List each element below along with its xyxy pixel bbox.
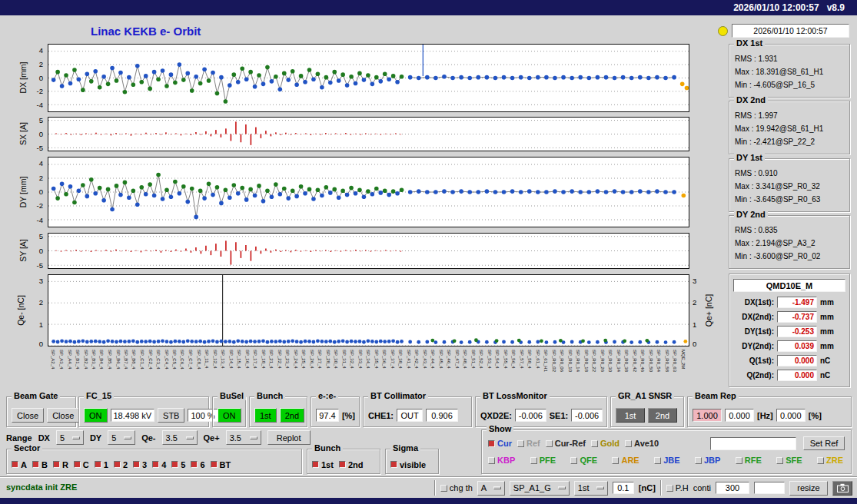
x-axis-label: SP_R0_63 — [673, 350, 677, 372]
bottom-bar — [0, 498, 857, 504]
checkbox-Cur-Ref[interactable]: Cur-Ref — [546, 439, 586, 448]
checkbox-R[interactable]: R — [53, 460, 68, 469]
checkbox-QFE[interactable]: QFE — [570, 456, 597, 465]
blank-input[interactable] — [754, 482, 785, 494]
x-axis-label: SP_C7_4 — [188, 350, 193, 370]
checkbox-RFE[interactable]: RFE — [736, 456, 762, 465]
checkbox-2[interactable]: 2 — [114, 460, 128, 469]
bunch-select[interactable]: 1st — [574, 481, 608, 496]
show-overlay-checkboxes: KBPPFEQFEAREJBEJBPRFESFEZRE — [488, 456, 843, 465]
checkbox-KBP[interactable]: KBP — [488, 456, 515, 465]
checkbox-C[interactable]: C — [74, 460, 89, 469]
x-axis-label: SP_13_4 — [221, 350, 225, 369]
range-qe-minus-select[interactable]: 3.5 — [162, 430, 198, 445]
checkbox-visible[interactable]: visible — [390, 460, 426, 469]
dy-plot — [48, 157, 689, 227]
ref-file-input[interactable] — [710, 437, 796, 450]
y-tick-label: 5 — [39, 116, 43, 124]
q-ytick-labels-right: 3210 — [691, 274, 703, 346]
x-axis-label: SP_11_4 — [204, 350, 209, 368]
ph-checkbox[interactable]: P.H — [666, 483, 689, 492]
checkbox-6[interactable]: 6 — [191, 460, 204, 469]
fc15-stb-button[interactable]: STB — [158, 408, 184, 423]
checkbox-1st[interactable]: 1st — [312, 460, 334, 469]
checkbox-ARE[interactable]: ARE — [612, 456, 639, 465]
checkbox-JBE[interactable]: JBE — [654, 456, 679, 465]
replot-button[interactable]: Replot — [267, 430, 311, 445]
qmd-row-value: 0.039 — [777, 340, 817, 352]
checkbox-4[interactable]: 4 — [152, 460, 166, 469]
interval-value[interactable]: 300 — [716, 482, 749, 494]
checkbox-indicator — [390, 461, 397, 468]
gr-a1-2nd-button[interactable]: 2nd — [648, 408, 677, 423]
beam-rep-panel: Beam Rep 1.000 0.000 [Hz] 0.000 [%] — [687, 396, 852, 427]
checkbox-Ref[interactable]: Ref — [517, 439, 540, 448]
dx-2nd-max: Max : 19.942@S8_61_H1 — [735, 122, 849, 135]
page-title: Linac KEKB e- Orbit — [91, 25, 201, 38]
checkbox-label: 2 — [123, 460, 128, 469]
qmd-row-value: -0.737 — [777, 311, 817, 323]
checkbox-Ave10[interactable]: Ave10 — [625, 439, 659, 448]
checkbox-ZRE[interactable]: ZRE — [817, 456, 843, 465]
range-dy-select[interactable]: 5 — [108, 430, 135, 445]
checkbox-2nd[interactable]: 2nd — [339, 460, 364, 469]
busel-on-button[interactable]: ON — [218, 408, 241, 423]
dy-2nd-stats-panel: DY 2nd RMS : 0.835 Max : 2.194@SP_A3_2 M… — [729, 215, 850, 269]
dx-2nd-stats-title: DX 2nd — [734, 95, 768, 104]
bunch-select-panel: Bunch 1st2nd — [307, 449, 380, 474]
checkbox-indicator — [817, 457, 824, 464]
threshold-value[interactable]: 0.1 — [613, 482, 634, 494]
checkbox-3[interactable]: 3 — [133, 460, 147, 469]
beam-gate-close-1-button[interactable]: Close — [12, 408, 44, 423]
camera-button[interactable] — [832, 481, 852, 496]
checkbox-PFE[interactable]: PFE — [530, 456, 556, 465]
status-led — [718, 26, 728, 36]
checkbox-indicator — [517, 440, 524, 447]
qmd-row-unit: mm — [820, 313, 834, 321]
dx-2nd-stats-panel: DX 2nd RMS : 1.997 Max : 19.942@S8_61_H1… — [729, 101, 850, 154]
qmd-monitor-name[interactable]: QMD10E_M — [733, 279, 845, 292]
checkbox-JBP[interactable]: JBP — [695, 456, 720, 465]
qmd-row-label: DX(1st): — [732, 298, 774, 307]
checkbox-SFE[interactable]: SFE — [776, 456, 802, 465]
bunch-1st-button[interactable]: 1st — [254, 408, 277, 423]
gr-a1-snsr-panel: GR_A1 SNSR 1st 2nd — [610, 396, 684, 427]
checkbox-indicator — [612, 457, 619, 464]
qmd-row: DY(2nd): 0.039 mm — [732, 339, 846, 353]
range-dx-select[interactable]: 5 — [56, 430, 84, 445]
checkbox-indicator — [488, 440, 495, 447]
nc-unit-label: [nC] — [639, 483, 656, 492]
x-axis-label: SP_B4_4 — [99, 350, 104, 369]
titlebar-datetime: 2026/01/10 12:00:57 — [733, 2, 819, 13]
x-axis-label: SP_61_H1 — [543, 350, 548, 372]
checkbox-1[interactable]: 1 — [95, 460, 108, 469]
checkbox-B[interactable]: B — [32, 460, 48, 469]
x-axis-label: SP_51_4 — [471, 350, 476, 369]
dx-1st-stats-title: DX 1st — [734, 38, 765, 48]
checkbox-indicator — [530, 457, 537, 464]
checkbox-label: 2nd — [348, 460, 364, 469]
che1-state-display: OUT — [397, 409, 423, 422]
chg-th-checkbox[interactable]: chg th — [440, 483, 473, 492]
checkbox-BT[interactable]: BT — [211, 460, 231, 469]
gr-a1-1st-button[interactable]: 1st — [616, 408, 645, 423]
checkbox-5[interactable]: 5 — [171, 460, 185, 469]
checkbox-Gold[interactable]: Gold — [591, 439, 619, 448]
fc15-title: FC_15 — [84, 391, 114, 400]
sector-select[interactable]: A — [477, 481, 505, 496]
x-axis-label: SP_21_4 — [269, 350, 274, 369]
beam-gate-close-2-button[interactable]: Close — [47, 408, 79, 423]
bpm-select[interactable]: SP_A1_G — [510, 481, 570, 496]
bunch-2nd-button[interactable]: 2nd — [280, 408, 304, 423]
bt-collimator-panel: BT Collimator CHE1: OUT 0.906 — [363, 396, 472, 427]
dx-ytick-labels: 420-2-4 — [26, 44, 45, 112]
checkbox-A[interactable]: A — [12, 460, 27, 469]
fc15-on-button[interactable]: ON — [84, 408, 108, 423]
range-row: Range DX 5 DY 5 Qe- 3.5 Qe+ 3.5 Replot — [6, 429, 311, 446]
set-ref-button[interactable]: Set Ref — [803, 436, 845, 450]
bunch-select-value: 1st — [578, 483, 590, 492]
resize-button[interactable]: resize — [789, 481, 828, 496]
range-qe-plus-select[interactable]: 3.5 — [226, 430, 261, 445]
checkbox-Cur[interactable]: Cur — [488, 439, 512, 448]
qmd-row-label: DY(1st): — [732, 327, 774, 336]
